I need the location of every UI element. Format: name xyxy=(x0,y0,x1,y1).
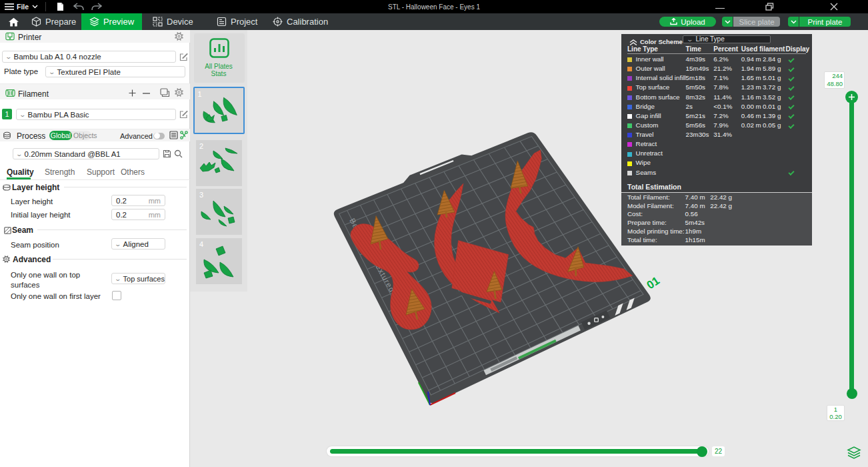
svg-text:01: 01 xyxy=(645,274,662,292)
